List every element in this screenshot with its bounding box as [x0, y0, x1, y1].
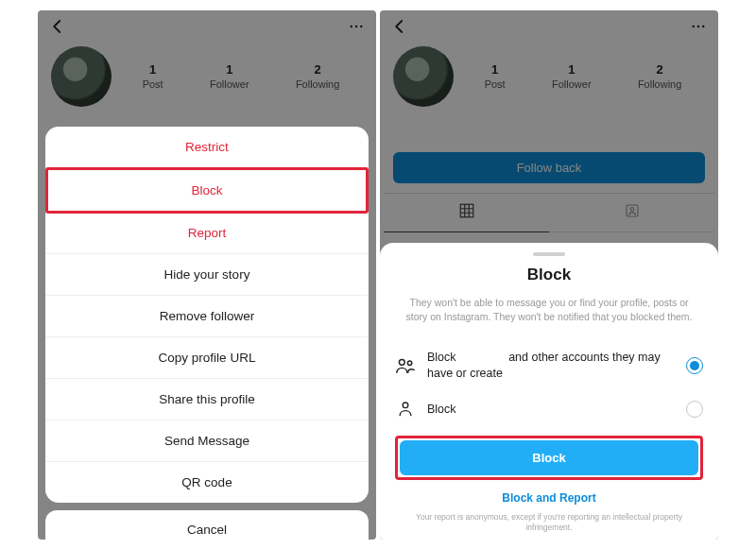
block-option[interactable]: Block — [45, 167, 369, 214]
qr-code-option[interactable]: QR code — [45, 462, 369, 503]
share-profile-option[interactable]: Share this profile — [45, 379, 369, 420]
block-multi-option[interactable]: Block and other accounts they may have o… — [395, 340, 703, 391]
block-button-highlight: Block — [395, 436, 703, 480]
cancel-button[interactable]: Cancel — [45, 510, 369, 540]
block-and-report-link[interactable]: Block and Report — [395, 480, 703, 512]
copy-url-option[interactable]: Copy profile URL — [45, 337, 369, 379]
sheet-title: Block — [395, 266, 703, 284]
restrict-option[interactable]: Restrict — [45, 127, 369, 168]
sheet-description: They won't be able to message you or fin… — [395, 296, 703, 324]
legal-text: Your report is anonymous, except if you'… — [395, 512, 703, 533]
action-sheet: Restrict Block Report Hide your story Re… — [45, 127, 369, 540]
option-text: Block — [427, 402, 675, 418]
block-single-option[interactable]: Block — [395, 390, 703, 428]
svg-point-14 — [407, 361, 411, 365]
remove-follower-option[interactable]: Remove follower — [45, 296, 369, 337]
svg-point-15 — [403, 403, 408, 408]
sheet-grabber[interactable] — [533, 252, 565, 256]
radio-unselected[interactable] — [686, 401, 703, 418]
left-screenshot: 1 Post 1 Follower 2 Following Restrict — [38, 10, 376, 540]
option-text: Block and other accounts they may have o… — [427, 350, 675, 382]
radio-selected[interactable] — [686, 357, 703, 374]
block-sheet: Block They won't be able to message you … — [380, 243, 718, 539]
block-button[interactable]: Block — [400, 440, 698, 475]
report-option[interactable]: Report — [45, 213, 369, 254]
person-group-icon — [395, 356, 416, 375]
svg-point-13 — [399, 359, 404, 365]
hide-story-option[interactable]: Hide your story — [45, 254, 369, 296]
person-icon — [395, 400, 416, 419]
send-message-option[interactable]: Send Message — [45, 420, 369, 462]
right-screenshot: 1 Post 1 Follower 2 Following Follow bac… — [380, 10, 718, 540]
